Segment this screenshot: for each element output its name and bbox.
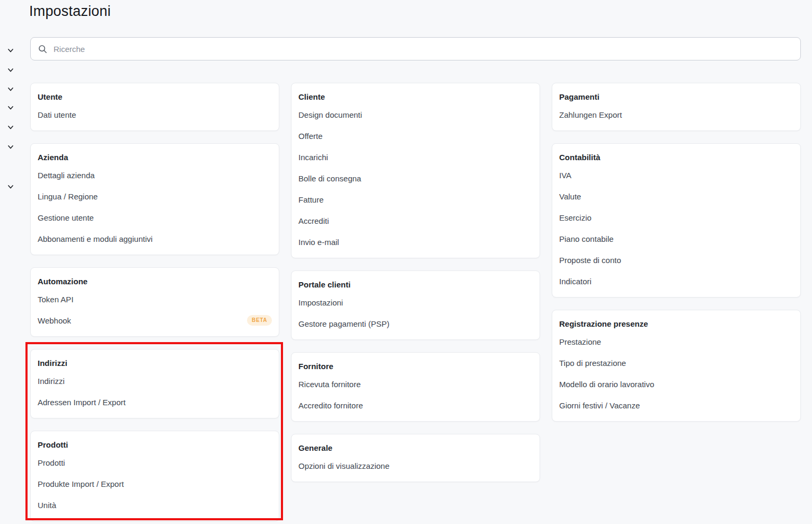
settings-link-label[interactable]: Accredito fornitore bbox=[298, 401, 363, 410]
settings-link-incarichi[interactable]: Incarichi bbox=[298, 146, 533, 168]
settings-link-label[interactable]: Lingua / Regione bbox=[38, 192, 98, 201]
settings-link-label[interactable]: Zahlungen Export bbox=[559, 110, 622, 119]
chevron-down-icon[interactable] bbox=[7, 104, 14, 111]
settings-link-unit[interactable]: Unità bbox=[38, 494, 272, 516]
settings-link-label[interactable]: Proposte di conto bbox=[559, 256, 621, 265]
card-title: Portale clienti bbox=[298, 280, 533, 290]
chevron-down-icon[interactable] bbox=[7, 143, 14, 151]
settings-link-label[interactable]: Opzioni di visualizzazione bbox=[298, 461, 390, 470]
chevron-down-icon[interactable] bbox=[7, 47, 14, 54]
card-title: Automazione bbox=[38, 276, 272, 287]
settings-column-1: UtenteDati utenteAziendaDettagli azienda… bbox=[30, 83, 279, 521]
settings-link-dettagli-azienda[interactable]: Dettagli azienda bbox=[38, 164, 272, 186]
settings-link-label[interactable]: Fatture bbox=[298, 195, 324, 204]
settings-link-lingua-regione[interactable]: Lingua / Regione bbox=[38, 186, 272, 207]
settings-link-label[interactable]: Dati utente bbox=[38, 110, 76, 119]
settings-link-adressen-import-export[interactable]: Adressen Import / Export bbox=[38, 391, 272, 413]
settings-link-gestore-pagamenti-psp[interactable]: Gestore pagamenti (PSP) bbox=[298, 313, 533, 334]
settings-card-fornitore: FornitoreRicevuta fornitoreAccredito for… bbox=[291, 352, 540, 422]
settings-link-label[interactable]: Webhook bbox=[38, 316, 71, 325]
settings-link-label[interactable]: Gestione utente bbox=[38, 213, 94, 222]
settings-link-label[interactable]: Dettagli azienda bbox=[38, 171, 95, 180]
settings-link-valute[interactable]: Valute bbox=[559, 186, 793, 207]
settings-link-prodotti[interactable]: Prodotti bbox=[38, 452, 272, 473]
card-title: Contabilità bbox=[559, 152, 793, 163]
settings-link-accrediti[interactable]: Accrediti bbox=[298, 210, 533, 231]
settings-link-fatture[interactable]: Fatture bbox=[298, 189, 533, 210]
settings-link-label[interactable]: Design documenti bbox=[298, 110, 362, 119]
settings-link-label[interactable]: Abbonamenti e moduli aggiuntivi bbox=[38, 234, 153, 243]
settings-link-label[interactable]: Indicatori bbox=[559, 277, 592, 286]
card-title: Utente bbox=[38, 92, 272, 102]
settings-card-generale: GeneraleOpzioni di visualizzazione bbox=[291, 434, 540, 482]
settings-link-label[interactable]: Token API bbox=[38, 295, 74, 304]
settings-link-label[interactable]: Prestazione bbox=[559, 337, 601, 346]
settings-link-label[interactable]: Giorni festivi / Vacanze bbox=[559, 401, 640, 410]
settings-link-label[interactable]: Adressen Import / Export bbox=[38, 398, 126, 407]
settings-link-opzioni-di-visualizzazione[interactable]: Opzioni di visualizzazione bbox=[298, 455, 533, 476]
card-title: Cliente bbox=[298, 92, 533, 102]
card-title: Generale bbox=[298, 443, 533, 453]
settings-link-label[interactable]: Gestore pagamenti (PSP) bbox=[298, 319, 390, 328]
settings-link-accredito-fornitore[interactable]: Accredito fornitore bbox=[298, 395, 533, 416]
settings-card-cliente: ClienteDesign documentiOfferteIncarichiB… bbox=[291, 83, 540, 258]
settings-link-indicatori[interactable]: Indicatori bbox=[559, 270, 793, 292]
beta-badge: BETA bbox=[247, 315, 272, 326]
settings-link-proposte-di-conto[interactable]: Proposte di conto bbox=[559, 249, 793, 270]
settings-column-3: PagamentiZahlungen ExportContabilitàIVAV… bbox=[552, 83, 801, 422]
page-title: Impostazioni bbox=[29, 2, 111, 20]
settings-link-abbonamenti-e-moduli-aggiuntivi[interactable]: Abbonamenti e moduli aggiuntivi bbox=[38, 228, 272, 249]
settings-link-zahlungen-export[interactable]: Zahlungen Export bbox=[559, 104, 793, 125]
settings-link-esercizio[interactable]: Esercizio bbox=[559, 207, 793, 228]
settings-column-2: ClienteDesign documentiOfferteIncarichiB… bbox=[291, 83, 540, 482]
settings-link-dati-utente[interactable]: Dati utente bbox=[38, 104, 272, 125]
settings-card-contabilit: ContabilitàIVAValuteEsercizioPiano conta… bbox=[552, 143, 801, 298]
settings-link-label[interactable]: Accrediti bbox=[298, 216, 329, 225]
chevron-down-icon[interactable] bbox=[7, 183, 14, 190]
settings-link-gestione-utente[interactable]: Gestione utente bbox=[38, 207, 272, 228]
settings-link-invio-e-mail[interactable]: Invio e-mail bbox=[298, 231, 533, 252]
settings-link-prestazione[interactable]: Prestazione bbox=[559, 331, 793, 352]
settings-link-iva[interactable]: IVA bbox=[559, 164, 793, 186]
settings-link-impostazioni[interactable]: Impostazioni bbox=[298, 292, 533, 313]
settings-link-label[interactable]: Esercizio bbox=[559, 213, 592, 222]
card-title: Prodotti bbox=[38, 440, 272, 450]
search-input[interactable] bbox=[52, 44, 793, 54]
settings-link-ricevuta-fornitore[interactable]: Ricevuta fornitore bbox=[298, 373, 533, 395]
settings-card-prodotti: ProdottiProdottiProdukte Import / Export… bbox=[30, 431, 279, 521]
settings-link-label[interactable]: Incarichi bbox=[298, 153, 328, 162]
settings-link-label[interactable]: Produkte Import / Export bbox=[38, 479, 124, 488]
settings-link-label[interactable]: Valute bbox=[559, 192, 581, 201]
settings-link-label[interactable]: Prodotti bbox=[38, 458, 65, 467]
settings-link-label[interactable]: Invio e-mail bbox=[298, 238, 339, 247]
settings-link-offerte[interactable]: Offerte bbox=[298, 125, 533, 146]
settings-card-registrazione-presenze: Registrazione presenzePrestazioneTipo di… bbox=[552, 310, 801, 422]
settings-link-token-api[interactable]: Token API bbox=[38, 289, 272, 310]
settings-link-webhook[interactable]: WebhookBETA bbox=[38, 310, 272, 331]
settings-grid: UtenteDati utenteAziendaDettagli azienda… bbox=[30, 83, 801, 521]
settings-link-label[interactable]: IVA bbox=[559, 171, 571, 180]
settings-link-indirizzi[interactable]: Indirizzi bbox=[38, 370, 272, 391]
settings-link-label[interactable]: Tipo di prestazione bbox=[559, 359, 626, 368]
settings-link-giorni-festivi-vacanze[interactable]: Giorni festivi / Vacanze bbox=[559, 395, 793, 416]
settings-link-design-documenti[interactable]: Design documenti bbox=[298, 104, 533, 125]
chevron-down-icon[interactable] bbox=[7, 124, 14, 131]
settings-link-label[interactable]: Offerte bbox=[298, 132, 323, 141]
chevron-down-icon[interactable] bbox=[7, 66, 14, 74]
settings-card-pagamenti: PagamentiZahlungen Export bbox=[552, 83, 801, 131]
settings-link-modello-di-orario-lavorativo[interactable]: Modello di orario lavorativo bbox=[559, 373, 793, 395]
card-title: Registrazione presenze bbox=[559, 319, 793, 329]
settings-card-azienda: AziendaDettagli aziendaLingua / RegioneG… bbox=[30, 143, 279, 255]
settings-link-label[interactable]: Bolle di consegna bbox=[298, 174, 361, 183]
settings-link-label[interactable]: Impostazioni bbox=[298, 298, 343, 307]
settings-link-label[interactable]: Unità bbox=[38, 501, 56, 510]
settings-link-tipo-di-prestazione[interactable]: Tipo di prestazione bbox=[559, 352, 793, 373]
settings-link-label[interactable]: Ricevuta fornitore bbox=[298, 380, 361, 389]
settings-link-label[interactable]: Modello di orario lavorativo bbox=[559, 380, 654, 389]
settings-link-piano-contabile[interactable]: Piano contabile bbox=[559, 228, 793, 249]
chevron-down-icon[interactable] bbox=[7, 85, 14, 93]
settings-link-label[interactable]: Indirizzi bbox=[38, 377, 65, 386]
settings-link-produkte-import-export[interactable]: Produkte Import / Export bbox=[38, 473, 272, 494]
settings-link-bolle-di-consegna[interactable]: Bolle di consegna bbox=[298, 168, 533, 189]
settings-link-label[interactable]: Piano contabile bbox=[559, 234, 614, 243]
